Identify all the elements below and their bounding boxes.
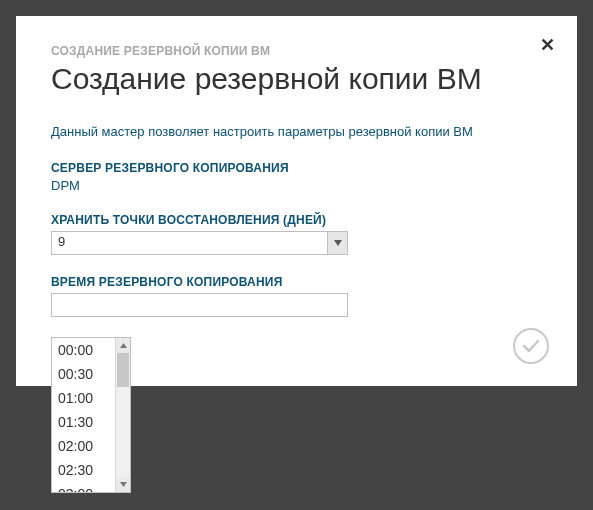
time-option[interactable]: 02:30 <box>52 458 115 482</box>
retention-days-combobox[interactable]: 9 <box>51 231 348 255</box>
scroll-up-icon[interactable] <box>116 338 130 353</box>
page-title: Создание резервной копии ВМ <box>51 62 542 96</box>
time-option[interactable]: 01:00 <box>52 386 115 410</box>
backup-time-label: ВРЕМЯ РЕЗЕРВНОГО КОПИРОВАНИЯ <box>51 275 542 289</box>
backup-time-dropdown: 00:0000:3001:0001:3002:0002:3003:00 <box>51 337 131 493</box>
backup-time-input-wrapper <box>51 293 348 317</box>
check-icon <box>521 336 541 356</box>
wizard-description: Данный мастер позволяет настроить параме… <box>51 124 542 139</box>
backup-vm-dialog: ✕ СОЗДАНИЕ РЕЗЕРВНОЙ КОПИИ ВМ Создание р… <box>16 16 577 386</box>
backup-server-label: СЕРВЕР РЕЗЕРВНОГО КОПИРОВАНИЯ <box>51 161 542 175</box>
backup-time-input[interactable] <box>52 294 347 316</box>
chevron-down-icon[interactable] <box>327 232 347 254</box>
scroll-down-icon[interactable] <box>116 477 130 492</box>
backup-server-value: DPM <box>51 178 542 193</box>
retention-days-label: ХРАНИТЬ ТОЧКИ ВОССТАНОВЛЕНИЯ (ДНЕЙ) <box>51 213 542 227</box>
dropdown-scrollbar[interactable] <box>115 338 130 492</box>
time-option[interactable]: 01:30 <box>52 410 115 434</box>
time-option[interactable]: 00:30 <box>52 362 115 386</box>
retention-days-value[interactable]: 9 <box>52 232 327 254</box>
confirm-button[interactable] <box>513 328 549 364</box>
scroll-thumb[interactable] <box>117 353 129 387</box>
breadcrumb: СОЗДАНИЕ РЕЗЕРВНОЙ КОПИИ ВМ <box>51 44 542 58</box>
time-option[interactable]: 02:00 <box>52 434 115 458</box>
scroll-track[interactable] <box>116 353 130 477</box>
time-option[interactable]: 00:00 <box>52 338 115 362</box>
close-icon[interactable]: ✕ <box>540 34 555 56</box>
time-option[interactable]: 03:00 <box>52 482 115 492</box>
